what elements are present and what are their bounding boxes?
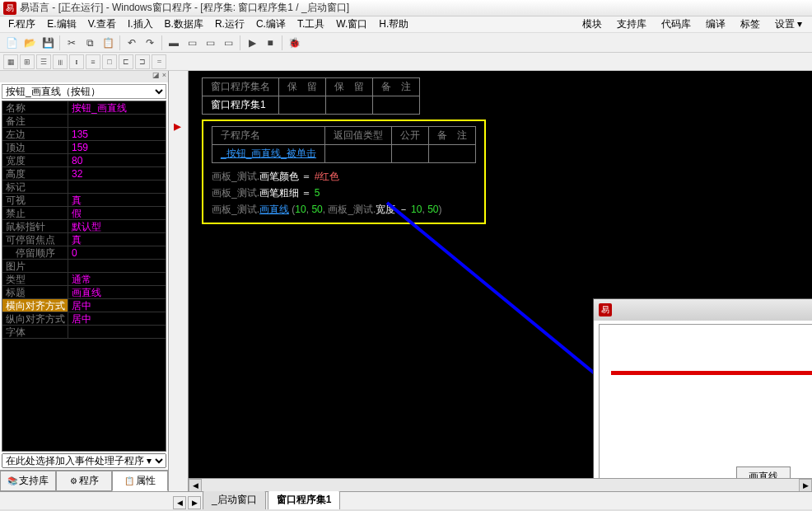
property-value[interactable] — [68, 260, 166, 272]
runtime-window[interactable]: 易 X 画直线 — [593, 298, 812, 491]
menu-tools[interactable]: T.工具 — [292, 16, 329, 33]
menu-support-lib[interactable]: 支持库 — [610, 16, 653, 33]
menu-settings[interactable]: 设置 ▾ — [768, 16, 809, 33]
property-value[interactable]: 默认型 — [68, 220, 166, 232]
code-line-2[interactable]: 画板_测试.画笔粗细 ＝ 5 — [212, 185, 476, 201]
code-line-3[interactable]: 画板_测试.画直线 (10, 50, 画板_测试.宽度 － 10, 50) — [212, 201, 476, 218]
align-1[interactable]: ▦ — [3, 54, 18, 69]
property-value[interactable]: 32 — [68, 167, 166, 180]
property-row[interactable]: 可视真 — [2, 194, 166, 207]
scroll-right-button[interactable]: ▶ — [799, 479, 812, 491]
panel1-button[interactable]: ▬ — [166, 35, 182, 51]
property-row[interactable]: 纵向对齐方式居中 — [2, 312, 166, 326]
menu-view[interactable]: V.查看 — [83, 16, 121, 33]
property-row[interactable]: 标记 — [2, 180, 166, 194]
align-3[interactable]: ☰ — [36, 54, 51, 69]
property-value[interactable]: 真 — [68, 194, 166, 206]
align-7[interactable]: □ — [102, 54, 117, 69]
undo-button[interactable]: ↶ — [124, 35, 140, 51]
menu-module[interactable]: 模块 — [576, 16, 609, 33]
event-combo[interactable]: 在此处选择加入事件处理子程序 ▾ — [2, 453, 166, 468]
property-row[interactable]: 图片 — [2, 260, 166, 273]
property-row[interactable]: 横向对齐方式居中 — [2, 299, 166, 312]
subroutine-name[interactable]: _按钮_画直线_被单击 — [212, 145, 325, 163]
tab-startup-window[interactable]: _启动窗口 — [203, 490, 266, 509]
copy-button[interactable]: ⧉ — [82, 35, 98, 51]
code-editor[interactable]: ▸ 窗口程序集名 保 留 保 留 备 注 窗口程序集1 子程序名 — [169, 71, 812, 491]
tab-program-set-1[interactable]: 窗口程序集1 — [268, 490, 341, 509]
menu-help[interactable]: H.帮助 — [374, 16, 413, 33]
property-row[interactable]: 禁止假 — [2, 207, 166, 220]
property-value[interactable]: 居中 — [68, 299, 166, 312]
menu-window[interactable]: W.窗口 — [331, 16, 372, 33]
redo-button[interactable]: ↷ — [142, 35, 158, 51]
code-line-1[interactable]: 画板_测试.画笔颜色 ＝ #红色 — [212, 168, 476, 185]
debug-button[interactable]: 🐞 — [286, 35, 302, 51]
property-value[interactable]: 居中 — [68, 312, 166, 325]
tab-support-lib[interactable]: 📚支持库 — [0, 471, 56, 491]
property-grid[interactable]: 名称按钮_画直线备注左边135顶边159宽度80高度32标记可视真禁止假鼠标指针… — [2, 101, 166, 452]
open-button[interactable]: 📂 — [21, 35, 38, 51]
property-name: 名称 — [2, 101, 68, 114]
menu-compile[interactable]: C.编译 — [251, 16, 291, 33]
property-row[interactable]: 宽度80 — [2, 154, 166, 167]
menu-compile2[interactable]: 编译 — [699, 16, 732, 33]
property-row[interactable]: 类型通常 — [2, 273, 166, 286]
property-value[interactable]: 画直线 — [68, 286, 166, 298]
property-row[interactable]: 名称按钮_画直线 — [2, 101, 166, 115]
property-row[interactable]: 备注 — [2, 115, 166, 128]
align-6[interactable]: ≡ — [86, 54, 100, 69]
menu-code-lib[interactable]: 代码库 — [655, 16, 698, 33]
property-value[interactable] — [68, 180, 166, 193]
align-9[interactable]: ⊐ — [135, 54, 150, 69]
save-button[interactable]: 💾 — [40, 35, 56, 51]
menu-program[interactable]: F.程序 — [3, 16, 40, 33]
property-value[interactable]: 135 — [68, 128, 166, 140]
property-row[interactable]: 高度32 — [2, 167, 166, 180]
tab-program[interactable]: ⚙程序 — [56, 471, 112, 491]
property-row[interactable]: 顶边159 — [2, 141, 166, 154]
property-row[interactable]: 停留顺序0 — [2, 246, 166, 260]
runtime-titlebar[interactable]: 易 X — [594, 299, 812, 321]
stop-button[interactable]: ■ — [262, 35, 278, 51]
run-button[interactable]: ▶ — [244, 35, 260, 51]
breakpoint-marker[interactable]: ▸ — [174, 117, 181, 135]
property-value[interactable]: 0 — [68, 246, 166, 259]
align-2[interactable]: ⊞ — [20, 54, 35, 69]
new-button[interactable]: 📄 — [3, 35, 20, 51]
tab-prev-button[interactable]: ◀ — [173, 496, 186, 509]
property-value[interactable]: 按钮_画直线 — [68, 101, 166, 114]
menu-edit[interactable]: E.编辑 — [42, 16, 81, 33]
property-value[interactable]: 80 — [68, 154, 166, 166]
align-10[interactable]: ＝ — [152, 54, 166, 69]
property-value[interactable]: 159 — [68, 141, 166, 153]
property-value[interactable]: 真 — [68, 233, 166, 246]
align-8[interactable]: ⊏ — [119, 54, 133, 69]
cut-button[interactable]: ✂ — [63, 35, 80, 51]
menu-insert[interactable]: I.插入 — [123, 16, 158, 33]
menu-tags[interactable]: 标签 — [734, 16, 767, 33]
property-row[interactable]: 标题画直线 — [2, 286, 166, 299]
property-value[interactable] — [68, 326, 166, 338]
horizontal-scrollbar[interactable]: ◀ ▶ — [189, 478, 812, 491]
property-row[interactable]: 左边135 — [2, 128, 166, 141]
panel3-button[interactable]: ▭ — [202, 35, 218, 51]
tab-next-button[interactable]: ▶ — [188, 496, 201, 509]
property-value[interactable]: 通常 — [68, 273, 166, 285]
property-row[interactable]: 鼠标指针默认型 — [2, 220, 166, 233]
property-value[interactable] — [68, 115, 166, 127]
paste-button[interactable]: 📋 — [100, 35, 116, 51]
property-row[interactable]: 字体 — [2, 326, 166, 339]
menu-database[interactable]: B.数据库 — [160, 16, 208, 33]
align-4[interactable]: ⫼ — [53, 54, 68, 69]
menu-run[interactable]: R.运行 — [210, 16, 250, 33]
panel4-button[interactable]: ▭ — [220, 35, 236, 51]
scroll-track[interactable] — [202, 479, 799, 491]
scroll-left-button[interactable]: ◀ — [189, 479, 202, 491]
panel2-button[interactable]: ▭ — [184, 35, 200, 51]
tab-properties[interactable]: 📋属性 — [112, 471, 168, 491]
property-value[interactable]: 假 — [68, 207, 166, 219]
object-combo[interactable]: 按钮_画直线（按钮） — [2, 84, 166, 99]
align-5[interactable]: ⫾ — [69, 54, 84, 69]
property-row[interactable]: 可停留焦点真 — [2, 233, 166, 246]
